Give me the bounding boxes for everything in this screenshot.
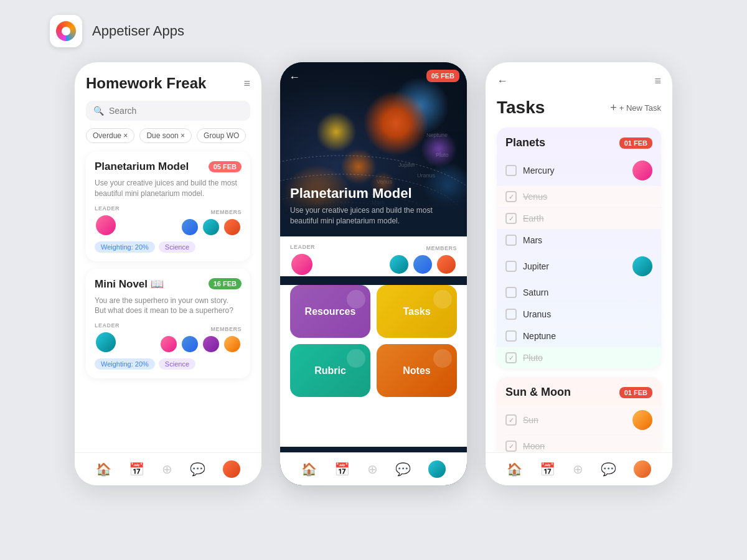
card1-tags: Weighting: 20% Science bbox=[95, 241, 242, 253]
p2-member-2 bbox=[412, 254, 433, 275]
task-pluto[interactable]: Pluto bbox=[497, 347, 661, 368]
svg-text:Jupiter: Jupiter bbox=[398, 162, 415, 168]
nav-avatar-2[interactable] bbox=[428, 460, 446, 478]
task-earth[interactable]: Earth bbox=[497, 208, 661, 229]
checkbox-uranus[interactable] bbox=[505, 309, 517, 320]
nav-avatar-1[interactable] bbox=[223, 460, 240, 478]
tag-weighting: Weighting: 20% bbox=[95, 241, 155, 253]
tile-rubric[interactable]: Rubric bbox=[290, 344, 370, 397]
hw-card-1[interactable]: Planetarium Model 05 FEB Use your creati… bbox=[86, 152, 250, 261]
phone3-top: ← ≡ bbox=[497, 75, 661, 88]
filter-icon-3[interactable]: ≡ bbox=[654, 75, 661, 88]
label-saturn: Saturn bbox=[523, 287, 652, 297]
card2-date: 16 FEB bbox=[209, 278, 242, 289]
nav-calendar-2[interactable]: 📅 bbox=[334, 462, 350, 477]
label-venus: Venus bbox=[523, 192, 652, 202]
member-avatar-2 bbox=[202, 218, 220, 236]
member-2-2 bbox=[181, 335, 199, 353]
nav-chat-3[interactable]: 💬 bbox=[601, 462, 616, 477]
nav-calendar-1[interactable]: 📅 bbox=[129, 462, 144, 477]
label-mars: Mars bbox=[523, 235, 652, 245]
nav-chat-2[interactable]: 💬 bbox=[395, 462, 411, 477]
checkbox-moon[interactable] bbox=[505, 441, 517, 452]
svg-text:Pluto: Pluto bbox=[436, 152, 449, 158]
new-task-button[interactable]: + + New Task bbox=[610, 101, 661, 114]
phone2-info-overlay: Planetarium Model Use your creative juic… bbox=[280, 173, 467, 236]
search-bar[interactable]: 🔍 bbox=[86, 101, 250, 121]
phone-1: Homework Freak ≡ 🔍 Overdue × Due soon × … bbox=[75, 62, 261, 485]
tile-tasks[interactable]: Tasks bbox=[377, 285, 457, 338]
search-input[interactable] bbox=[109, 106, 243, 116]
checkbox-neptune[interactable] bbox=[505, 330, 517, 342]
task-saturn[interactable]: Saturn bbox=[497, 282, 661, 303]
avatar-jupiter bbox=[632, 256, 652, 276]
hw-card-2[interactable]: Mini Novel 📖 16 FEB You are the superher… bbox=[86, 269, 250, 379]
phone2-body: LEADER MEMBERS bbox=[280, 236, 467, 276]
phone3-title: Tasks bbox=[497, 98, 545, 118]
checkbox-sun[interactable] bbox=[505, 414, 517, 426]
card1-title: Planetarium Model bbox=[95, 161, 189, 173]
member-avatar-1 bbox=[181, 218, 199, 236]
checkbox-jupiter[interactable] bbox=[505, 261, 517, 272]
filter-tags: Overdue × Due soon × Group WO bbox=[86, 128, 250, 143]
nav-home-3[interactable]: 🏠 bbox=[507, 462, 522, 477]
card2-leader: LEADER bbox=[95, 322, 120, 353]
planets-title: Planets bbox=[505, 136, 545, 149]
p2-member-3 bbox=[436, 254, 457, 275]
checkbox-pluto[interactable] bbox=[505, 352, 517, 363]
tag-weighting-2: Weighting: 20% bbox=[95, 358, 155, 370]
leader-avatar-1 bbox=[95, 214, 117, 236]
checkbox-earth[interactable] bbox=[505, 213, 517, 224]
nav-avatar-3[interactable] bbox=[634, 460, 651, 478]
filter-tag-due-soon[interactable]: Due soon × bbox=[139, 128, 192, 143]
task-mercury[interactable]: Mercury bbox=[497, 156, 661, 185]
nav-chat-1[interactable]: 💬 bbox=[190, 462, 205, 477]
phone2-members: MEMBERS bbox=[388, 245, 457, 275]
task-sun[interactable]: Sun bbox=[497, 405, 661, 435]
checkbox-mars[interactable] bbox=[505, 235, 517, 246]
task-jupiter[interactable]: Jupiter bbox=[497, 251, 661, 281]
nav-add-1[interactable]: ⊕ bbox=[162, 462, 172, 477]
tile-resources[interactable]: Resources bbox=[290, 285, 370, 338]
filter-tag-overdue[interactable]: Overdue × bbox=[86, 128, 134, 143]
back-button-2[interactable]: ← bbox=[289, 71, 300, 84]
card2-desc: You are the superhero in your own story.… bbox=[95, 296, 242, 317]
back-button-3[interactable]: ← bbox=[497, 75, 508, 88]
tag-science-2: Science bbox=[159, 358, 195, 370]
nav-calendar-3[interactable]: 📅 bbox=[540, 462, 555, 477]
task-venus[interactable]: Venus bbox=[497, 186, 661, 207]
checkbox-saturn[interactable] bbox=[505, 287, 517, 298]
tile-notes[interactable]: Notes bbox=[377, 344, 457, 397]
space-image: Jupiter Neptune Mars Moon Venus Merkury … bbox=[280, 62, 467, 236]
label-earth: Earth bbox=[523, 213, 652, 223]
card1-header: Planetarium Model 05 FEB bbox=[95, 161, 242, 173]
leader-avatars-2 bbox=[95, 331, 120, 353]
avatar-sun bbox=[632, 410, 652, 430]
card1-date: 05 FEB bbox=[209, 161, 242, 172]
card2-title: Mini Novel 📖 bbox=[95, 278, 164, 291]
checkbox-venus[interactable] bbox=[505, 191, 517, 202]
nav-add-2[interactable]: ⊕ bbox=[367, 462, 378, 477]
filter-icon[interactable]: ≡ bbox=[243, 77, 250, 90]
task-uranus[interactable]: Uranus bbox=[497, 304, 661, 325]
label-mercury: Mercury bbox=[523, 166, 626, 175]
phone2-leader-avatar bbox=[290, 253, 314, 276]
label-sun: Sun bbox=[523, 415, 626, 425]
filter-tag-group-wo[interactable]: Group WO bbox=[197, 128, 246, 143]
card2-header: Mini Novel 📖 16 FEB bbox=[95, 278, 242, 291]
planets-section-header: Planets 01 FEB bbox=[497, 128, 661, 156]
member-2-4 bbox=[223, 335, 242, 353]
phone2-date-badge: 05 FEB bbox=[426, 70, 459, 82]
nav-home-2[interactable]: 🏠 bbox=[301, 462, 317, 477]
member-2-3 bbox=[202, 335, 220, 353]
card1-footer: LEADER MEMBERS bbox=[95, 205, 242, 236]
nav-home-1[interactable]: 🏠 bbox=[96, 462, 111, 477]
task-mars[interactable]: Mars bbox=[497, 230, 661, 251]
task-neptune[interactable]: Neptune bbox=[497, 325, 661, 347]
nav-add-3[interactable]: ⊕ bbox=[573, 462, 583, 477]
planets-date: 01 FEB bbox=[619, 138, 652, 149]
member-avatar-3 bbox=[223, 218, 242, 236]
members-avatars bbox=[181, 218, 242, 236]
checkbox-mercury[interactable] bbox=[505, 165, 517, 176]
label-pluto: Pluto bbox=[523, 353, 652, 363]
